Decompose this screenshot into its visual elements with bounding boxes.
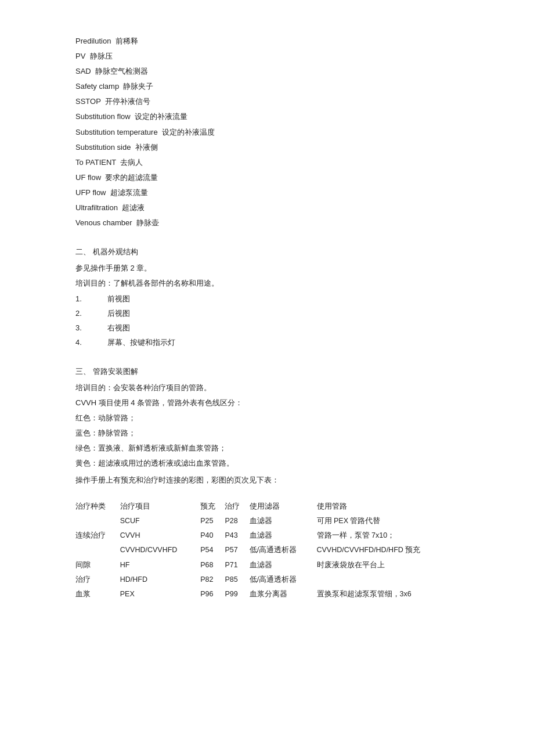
th-treatment-type: 治疗种类 xyxy=(75,499,120,514)
cell-type: 间隙 xyxy=(75,558,120,573)
cell-tubing xyxy=(317,573,459,587)
cell-type: 治疗 xyxy=(75,573,120,587)
item-num: 2. xyxy=(75,307,107,320)
term-zh: 设定的补液温度 xyxy=(162,128,215,136)
cell-prefill: P68 xyxy=(200,558,225,573)
table-row: CVVHD/CVVHFD P54 P57 低/高通透析器 CVVHD/CVVHF… xyxy=(75,543,459,557)
term-ufp-flow: UFP flow 超滤泵流量 xyxy=(75,186,459,199)
cell-treatment: P57 xyxy=(225,543,249,557)
cell-filter: 低/高通透析器 xyxy=(250,573,317,587)
term-en: SSTOP xyxy=(75,97,101,106)
term-en: Predilution xyxy=(75,37,111,45)
tube-table-section: 治疗种类 治疗项目 预充 治疗 使用滤器 使用管路 SCUF P25 P28 血… xyxy=(75,499,459,602)
cell-filter: 血滤器 xyxy=(250,514,317,528)
list-item-2: 2. 后视图 xyxy=(75,307,459,320)
cell-type: 连续治疗 xyxy=(75,528,120,543)
item-num: 3. xyxy=(75,322,107,334)
color-green: 绿色：置换液、新鲜透析液或新鲜血浆管路； xyxy=(75,442,459,455)
section-2-ref: 参见操作手册第 2 章。 xyxy=(75,262,459,275)
term-zh: 超滤液 xyxy=(122,203,145,212)
cell-prefill: P82 xyxy=(200,573,225,587)
section-2-goal: 培训目的：了解机器各部件的名称和用途。 xyxy=(75,277,459,290)
term-substitution-side: Substitution side 补液侧 xyxy=(75,141,459,154)
table-row: SCUF P25 P28 血滤器 可用 PEX 管路代替 xyxy=(75,514,459,528)
term-to-patient: To PATIENT 去病人 xyxy=(75,156,459,169)
term-en: Substitution side xyxy=(75,143,131,152)
cell-treatment: P28 xyxy=(225,514,249,528)
section-2: 二、 机器外观结构 参见操作手册第 2 章。 培训目的：了解机器各部件的名称和用… xyxy=(75,246,459,349)
list-item-3: 3. 右视图 xyxy=(75,322,459,334)
term-zh: 超滤泵流量 xyxy=(110,188,148,197)
term-en: SAD xyxy=(75,67,91,75)
cell-prefill: P40 xyxy=(200,528,225,543)
table-row: 治疗 HD/HFD P82 P85 低/高通透析器 xyxy=(75,573,459,587)
list-item-4: 4. 屏幕、按键和指示灯 xyxy=(75,336,459,349)
term-en: Venous chamber xyxy=(75,218,132,227)
cell-type: 血浆 xyxy=(75,587,120,602)
term-en: Ultrafiltration xyxy=(75,203,118,212)
term-zh: 要求的超滤流量 xyxy=(105,173,158,182)
item-label: 屏幕、按键和指示灯 xyxy=(107,336,175,349)
cell-treatment: P43 xyxy=(225,528,249,543)
table-row: 连续治疗 CVVH P40 P43 血滤器 管路一样，泵管 7x10； xyxy=(75,528,459,543)
term-en: PV xyxy=(75,52,85,60)
th-prefill: 预充 xyxy=(200,499,225,514)
term-en: Safety clamp xyxy=(75,82,119,91)
terms-list: Predilution 前稀释 PV 静脉压 SAD 静脉空气检测器 Safet… xyxy=(75,35,459,229)
cell-item: CVVHD/CVVHFD xyxy=(120,543,200,557)
term-sstop: SSTOP 开停补液信号 xyxy=(75,95,459,108)
cell-tubing: 置换泵和超滤泵泵管细，3x6 xyxy=(317,587,459,602)
cell-prefill: P96 xyxy=(200,587,225,602)
term-zh: 静脉压 xyxy=(90,52,113,60)
cell-prefill: P25 xyxy=(200,514,225,528)
color-yellow: 黄色：超滤液或用过的透析液或滤出血浆管路。 xyxy=(75,457,459,470)
item-num: 4. xyxy=(75,336,107,349)
table-row: 间隙 HF P68 P71 血滤器 时废液袋放在平台上 xyxy=(75,558,459,573)
term-en: To PATIENT xyxy=(75,158,116,167)
section-2-items: 1. 前视图 2. 后视图 3. 右视图 4. 屏幕、按键和指示灯 xyxy=(75,293,459,349)
term-en: Substitution temperature xyxy=(75,128,158,136)
section-3-line1: CVVH 项目使用 4 条管路，管路外表有色线区分： xyxy=(75,397,459,409)
cell-tubing: 管路一样，泵管 7x10； xyxy=(317,528,459,543)
cell-treatment: P85 xyxy=(225,573,249,587)
term-substitution-temperature: Substitution temperature 设定的补液温度 xyxy=(75,126,459,139)
term-sad: SAD 静脉空气检测器 xyxy=(75,65,459,78)
section-3: 三、 管路安装图解 培训目的：会安装各种治疗项目的管路。 CVVH 项目使用 4… xyxy=(75,365,459,487)
tube-table: 治疗种类 治疗项目 预充 治疗 使用滤器 使用管路 SCUF P25 P28 血… xyxy=(75,499,459,602)
table-row: 血浆 PEX P96 P99 血浆分离器 置换泵和超滤泵泵管细，3x6 xyxy=(75,587,459,602)
th-tubing: 使用管路 xyxy=(317,499,459,514)
color-red: 红色：动脉管路； xyxy=(75,412,459,424)
section-3-header: 三、 管路安装图解 xyxy=(75,365,459,378)
cell-filter: 低/高通透析器 xyxy=(250,543,317,557)
section-3-note: 操作手册上有预充和治疗时连接的彩图，彩图的页次见下表： xyxy=(75,474,459,487)
item-label: 后视图 xyxy=(107,307,130,320)
list-item-1: 1. 前视图 xyxy=(75,293,459,305)
cell-tubing: 可用 PEX 管路代替 xyxy=(317,514,459,528)
cell-type xyxy=(75,543,120,557)
cell-treatment: P71 xyxy=(225,558,249,573)
term-zh: 开停补液信号 xyxy=(105,97,150,106)
cell-prefill: P54 xyxy=(200,543,225,557)
cell-item: HF xyxy=(120,558,200,573)
color-blue: 蓝色：静脉管路； xyxy=(75,427,459,440)
table-header-row: 治疗种类 治疗项目 预充 治疗 使用滤器 使用管路 xyxy=(75,499,459,514)
term-en: UFP flow xyxy=(75,188,106,197)
term-zh: 前稀释 xyxy=(116,37,138,45)
term-substitution-flow: Substitution flow 设定的补液流量 xyxy=(75,110,459,123)
item-label: 右视图 xyxy=(107,322,130,334)
cell-item: SCUF xyxy=(120,514,200,528)
th-treatment-item: 治疗项目 xyxy=(120,499,200,514)
cell-item: PEX xyxy=(120,587,200,602)
section-3-goal: 培训目的：会安装各种治疗项目的管路。 xyxy=(75,381,459,394)
term-en: Substitution flow xyxy=(75,112,131,121)
term-venous-chamber: Venous chamber 静脉壶 xyxy=(75,217,459,229)
term-pv: PV 静脉压 xyxy=(75,50,459,63)
cell-filter: 血滤器 xyxy=(250,558,317,573)
item-num: 1. xyxy=(75,293,107,305)
cell-filter: 血浆分离器 xyxy=(250,587,317,602)
term-ultrafiltration: Ultrafiltration 超滤液 xyxy=(75,201,459,214)
term-uf-flow: UF flow 要求的超滤流量 xyxy=(75,171,459,184)
term-zh: 静脉壶 xyxy=(136,218,159,227)
cell-type xyxy=(75,514,120,528)
th-filter: 使用滤器 xyxy=(250,499,317,514)
